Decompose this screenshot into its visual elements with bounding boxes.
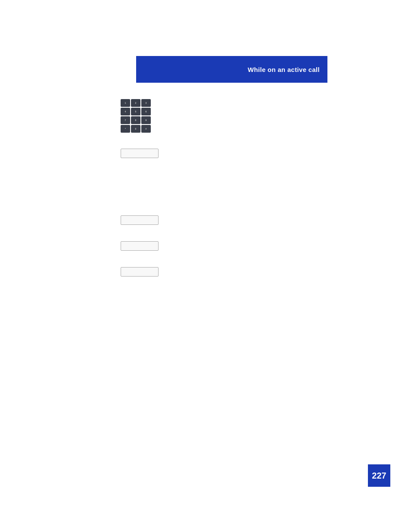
key-7[interactable]: 7 [121,116,130,124]
key-3[interactable]: 3 [141,99,151,107]
key-0[interactable]: 0 [131,125,140,133]
page-number: 227 [372,471,386,481]
header-title: While on an active call [248,66,320,73]
key-6[interactable]: 6 [141,108,151,115]
key-2[interactable]: 2 [131,99,140,107]
key-4[interactable]: 4 [121,108,130,115]
key-9[interactable]: 9 [141,116,151,124]
page-container: While on an active call 1 2 3 4 5 6 7 8 … [0,0,411,532]
input-box-1[interactable] [121,149,159,158]
key-1[interactable]: 1 [121,99,130,107]
input-box-3[interactable] [121,241,159,251]
input-box-2[interactable] [121,215,159,225]
key-hash[interactable]: # [141,125,151,133]
header-bar: While on an active call [136,56,327,83]
input-box-4[interactable] [121,267,159,277]
key-8[interactable]: 8 [131,116,140,124]
key-5[interactable]: 5 [131,108,140,115]
page-number-badge: 227 [368,464,390,487]
key-star[interactable]: * [121,125,130,133]
keypad-area: 1 2 3 4 5 6 7 8 9 * 0 # [121,99,155,134]
